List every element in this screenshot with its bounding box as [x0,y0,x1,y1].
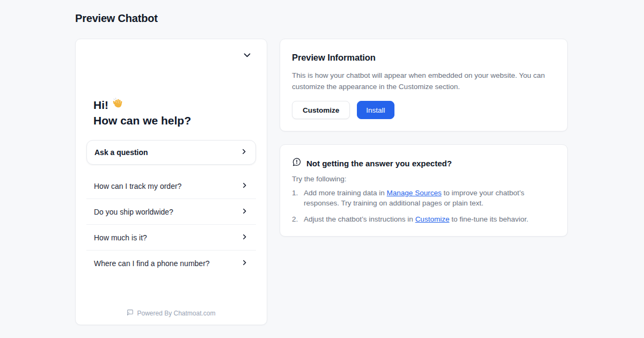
chevron-right-icon [241,259,248,268]
customize-button[interactable]: Customize [292,101,350,119]
content: Hi! [75,39,569,325]
help-header: Not getting the answer you expected? [292,157,555,169]
preview-information-description: This is how your chatbot will appear whe… [292,70,555,92]
help-item-post: to fine-tune its behavior. [449,215,528,223]
help-item-text: Adjust the chatbot’s instructions in Cus… [304,214,529,224]
page-title: Preview Chatbot [75,12,569,25]
faq-item-price[interactable]: How much is it? [86,225,256,251]
preview-actions: Customize Install [292,101,555,119]
chat-greeting: Hi! [86,97,256,128]
chevron-down-icon [243,50,252,61]
powered-by-link[interactable]: Powered By Chatmoat.com [86,303,256,325]
customize-link[interactable]: Customize [415,215,450,223]
right-column: Preview Information This is how your cha… [280,39,568,237]
install-button[interactable]: Install [357,101,394,119]
help-item-line2: responses. Try training on additional pa… [304,198,524,208]
preview-information-card: Preview Information This is how your cha… [280,39,568,131]
chat-bubble-icon [127,309,134,318]
faq-item-track-order[interactable]: How can I track my order? [86,173,256,199]
collapse-chat-button[interactable] [241,50,253,62]
list-number: 2. [292,214,304,224]
help-item-pre: Add more training data in [304,189,387,197]
waving-hand-icon [112,97,124,113]
greeting-line2: How can we help? [93,113,191,128]
help-item-post: to improve your chatbot’s [442,189,524,197]
faq-list: How can I track my order? Do you ship wo… [86,173,256,276]
faq-item-label: Do you ship worldwide? [94,208,173,216]
help-list: 1. Add more training data in Manage Sour… [292,188,555,224]
faq-item-label: How can I track my order? [94,182,181,190]
ask-a-question-button[interactable]: Ask a question [86,140,256,165]
chevron-right-icon [241,181,248,191]
help-item-pre: Adjust the chatbot’s instructions in [304,215,415,223]
preview-information-title: Preview Information [292,53,555,63]
help-card: Not getting the answer you expected? Try… [280,144,568,237]
faq-item-ship-worldwide[interactable]: Do you ship worldwide? [86,199,256,225]
ask-a-question-label: Ask a question [94,148,148,157]
help-item-text: Add more training data in Manage Sources… [304,188,524,208]
chevron-right-icon [241,207,248,217]
help-item-1: 1. Add more training data in Manage Sour… [292,188,555,208]
manage-sources-link[interactable]: Manage Sources [387,189,442,197]
alert-bubble-icon [292,157,302,169]
help-title: Not getting the answer you expected? [306,159,452,168]
faq-item-label: How much is it? [94,233,147,242]
help-item-2: 2. Adjust the chatbot’s instructions in … [292,214,555,224]
faq-item-phone-number[interactable]: Where can I find a phone number? [86,251,256,276]
chevron-right-icon [240,148,247,157]
help-intro: Try the following: [292,175,555,183]
list-number: 1. [292,188,304,208]
faq-item-label: Where can I find a phone number? [94,259,210,268]
chatbot-preview-card: Hi! [75,39,267,325]
chevron-right-icon [241,233,248,243]
greeting-line1: Hi! [93,97,108,113]
page: Preview Chatbot Hi! [0,0,644,325]
powered-by-label: Powered By Chatmoat.com [137,310,215,317]
